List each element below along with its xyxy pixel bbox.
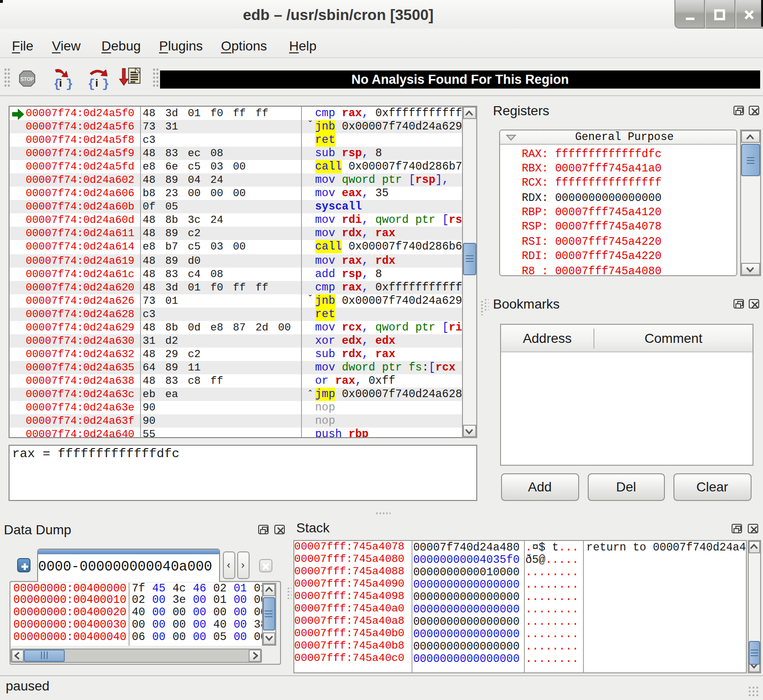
- svg-text:i: i: [95, 77, 98, 89]
- svg-text:}: }: [66, 77, 72, 90]
- svg-text:{: {: [88, 77, 95, 90]
- svg-text:STOP: STOP: [20, 77, 34, 82]
- svg-text:}: }: [102, 77, 110, 90]
- svg-text:i: i: [59, 77, 62, 89]
